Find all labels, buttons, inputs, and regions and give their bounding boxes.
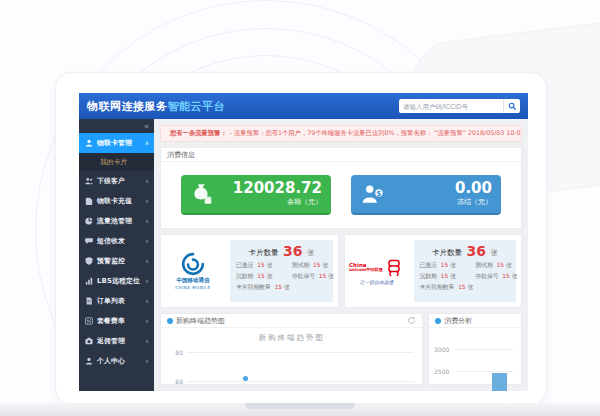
y-tick-3000: 3000 xyxy=(429,346,453,353)
chat-icon xyxy=(84,237,94,245)
consumption-panel-header: 消费信息 xyxy=(161,148,521,162)
stat-testing: 测试期 15张 xyxy=(292,261,334,270)
laptop-base-notch xyxy=(245,403,355,409)
stat-activated: 已激活 15张 xyxy=(420,261,474,270)
china-mobile-logo: 中国移动通信 CHINA MOBILE xyxy=(161,235,225,307)
person-icon xyxy=(84,357,94,365)
frozen-card: $ 0.00 冻结（元） xyxy=(351,175,501,215)
stat-silent: 沉默期 15张 xyxy=(236,272,290,281)
chevron-down-icon: ∨ xyxy=(145,318,149,324)
header-search xyxy=(399,99,520,113)
pie-icon xyxy=(84,217,94,225)
sim-card-icon xyxy=(84,197,94,205)
chevron-down-icon: ∨ xyxy=(145,238,149,244)
stat-activated: 已激活 15张 xyxy=(236,261,290,270)
stat-suspended: 停机保号 15张 xyxy=(475,272,517,281)
sidebar-item-personal-center[interactable]: 个人中心 ∨ xyxy=(79,351,154,371)
card-count: 36 xyxy=(283,243,302,259)
person-dollar-icon: $ xyxy=(360,183,390,205)
china-mobile-stats: 卡片数量 36 张 已激活 15张 测试期 15张 沉默期 15张 停机保号 1… xyxy=(230,240,333,302)
y-tick-2500: 2500 xyxy=(429,368,453,375)
china-unicom-panel: China unicom中国联通 xyxy=(344,234,523,308)
sidebar-item-card-recharge[interactable]: 物联卡充值 ∨ xyxy=(79,191,154,211)
camera-icon xyxy=(84,337,94,345)
china-mobile-panel: 中国移动通信 CHINA MOBILE 卡片数量 36 张 已激活 15张 xyxy=(160,234,339,308)
app-title-main: 物联网连接服务 xyxy=(87,100,168,113)
chevron-up-icon: ∧ xyxy=(145,140,149,146)
sidebar-subitem-my-cards[interactable]: 我的卡片 xyxy=(79,153,154,171)
balance-card: 120028.72 余额（元） xyxy=(181,175,331,215)
app-header: 物联网连接服务智能云平台 xyxy=(79,93,528,119)
chevron-down-icon: ∨ xyxy=(145,358,149,364)
traffic-alert-bar: 您有一条流量预警： - 流量预警：您有1个用户，79个终端服务卡流量已达到0%，… xyxy=(160,125,522,142)
chevron-down-icon: ∨ xyxy=(145,218,149,224)
chart-bars-icon xyxy=(84,277,94,285)
app-title: 物联网连接服务智能云平台 xyxy=(87,99,225,114)
sidebar-item-lbs-location[interactable]: LBS远程定位 ∨ xyxy=(79,271,154,291)
stat-expired: 卡片到期数量 15张 xyxy=(236,283,290,292)
terminal-trend-chart: 新购终端趋势图 80 60 xyxy=(161,328,422,384)
stat-silent: 沉默期 15张 xyxy=(420,272,474,281)
stat-expired: 卡片到期数量 15张 xyxy=(420,283,474,292)
person-icon xyxy=(84,139,94,147)
data-point xyxy=(243,376,248,381)
balance-label: 余额（元） xyxy=(220,197,322,207)
sidebar-item-sms[interactable]: 短信收发 ∨ xyxy=(79,231,154,251)
terminal-trend-title: 新购终端趋势图 xyxy=(176,316,225,326)
sidebar-item-commission[interactable]: 返佣管理 ∨ xyxy=(79,331,154,351)
chevron-down-icon: ∨ xyxy=(145,278,149,284)
panel-dot-icon xyxy=(435,318,441,324)
chevron-down-icon: ∨ xyxy=(145,338,149,344)
sidebar-item-plan-rates[interactable]: 套餐费率 ∨ xyxy=(79,311,154,331)
shield-icon xyxy=(84,257,94,265)
y-tick-60: 60 xyxy=(161,378,187,385)
bar-segment xyxy=(492,373,507,391)
sidebar-item-data-pool[interactable]: 流量池管理 ∨ xyxy=(79,211,154,231)
screen: 物联网连接服务智能云平台 « xyxy=(79,93,528,391)
percent-icon xyxy=(84,317,94,325)
sidebar-item-sub-customers[interactable]: 下级客户 ∨ xyxy=(79,171,154,191)
china-unicom-logo-mark xyxy=(384,258,404,278)
svg-text:$: $ xyxy=(376,189,381,198)
panel-dot-icon xyxy=(167,318,173,324)
consumption-panel: 消费信息 1200 xyxy=(160,147,522,229)
search-button[interactable] xyxy=(503,99,520,113)
chevron-down-icon: ∨ xyxy=(145,198,149,204)
refresh-button[interactable] xyxy=(407,316,416,325)
chevron-down-icon: ∨ xyxy=(145,258,149,264)
china-mobile-logo-mark xyxy=(181,252,205,276)
app-title-accent: 智能云平台 xyxy=(168,100,226,113)
frozen-label: 冻结（元） xyxy=(390,197,492,207)
refresh-icon xyxy=(407,316,416,325)
alert-prefix: 您有一条流量预警： xyxy=(170,129,227,138)
collapse-icon: « xyxy=(144,122,149,131)
chevron-down-icon: ∨ xyxy=(145,298,149,304)
consumption-analysis-chart: 3000 2500 xyxy=(429,328,521,384)
sidebar-collapse-button[interactable]: « xyxy=(79,119,154,133)
chart-title: 新购终端趋势图 xyxy=(161,333,422,343)
users-icon xyxy=(84,177,94,185)
consumption-title: 消费信息 xyxy=(167,150,195,160)
card-count: 36 xyxy=(467,243,486,259)
consumption-analysis-panel: 消费分析 3000 2500 xyxy=(428,313,522,385)
stat-testing: 测试期 15张 xyxy=(475,261,517,270)
consumption-analysis-header: 消费分析 xyxy=(429,314,521,328)
china-unicom-logo: China unicom中国联通 xyxy=(345,235,409,307)
consumption-analysis-title: 消费分析 xyxy=(444,316,472,326)
stat-suspended: 停机保号 15张 xyxy=(292,272,334,281)
alert-message: - 流量预警：您有1个用户，79个终端服务卡流量已达到0%，预警名称： “流量预… xyxy=(230,129,522,138)
document-icon xyxy=(84,297,94,305)
sidebar-item-iot-card-management[interactable]: 物联卡管理 ∧ xyxy=(79,133,154,153)
balance-value: 120028.72 xyxy=(220,181,322,196)
money-bag-icon xyxy=(190,183,220,205)
search-icon xyxy=(508,102,517,111)
y-tick-80: 80 xyxy=(161,349,187,356)
sidebar-item-alert-monitor[interactable]: 预警监控 ∨ xyxy=(79,251,154,271)
sidebar-item-order-list[interactable]: 订单列表 ∨ xyxy=(79,291,154,311)
search-input[interactable] xyxy=(399,99,503,113)
sidebar: « 物联卡管理 ∧ 我的卡片 下级客户 ∨ xyxy=(79,119,154,391)
frozen-value: 0.00 xyxy=(390,181,492,196)
main-content: 您有一条流量预警： - 流量预警：您有1个用户，79个终端服务卡流量已达到0%，… xyxy=(154,119,528,391)
laptop-frame: 物联网连接服务智能云平台 « xyxy=(55,72,547,405)
terminal-trend-header: 新购终端趋势图 xyxy=(161,314,422,328)
